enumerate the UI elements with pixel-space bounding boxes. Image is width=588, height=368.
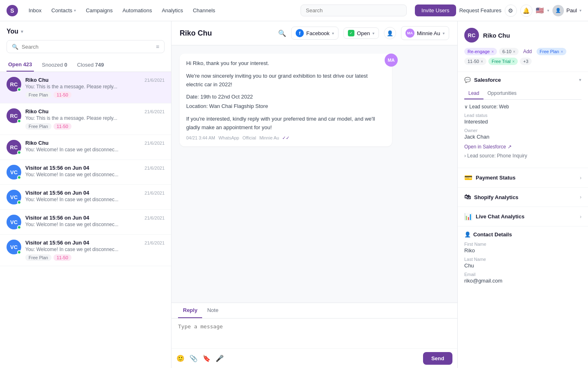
- list-item[interactable]: VC Visitor at 15:56 on Jun 04 21/6/2021 …: [0, 210, 171, 235]
- tab-closed[interactable]: Closed 749: [76, 58, 106, 71]
- shopify-chevron-icon: ›: [580, 194, 581, 200]
- chat-search-icon[interactable]: 🔍: [278, 29, 286, 37]
- conversation-tags: Free Plan11-50: [25, 254, 165, 261]
- sf-tab-opportunities[interactable]: Opportunities: [483, 88, 521, 99]
- open-in-salesforce-link[interactable]: Open in Salesforce ↗: [464, 144, 581, 150]
- sf-lead-source-secondary[interactable]: › Lead source: Phone Inquiry: [464, 153, 581, 159]
- salesforce-icon: 💬: [464, 77, 471, 83]
- tag-free-plan-close[interactable]: ×: [561, 49, 563, 54]
- nav-channels[interactable]: Channels: [189, 5, 219, 16]
- salesforce-title: 💬 Salesforce: [464, 77, 501, 83]
- assign-agent-icon[interactable]: 👤: [384, 27, 396, 39]
- send-button[interactable]: Send: [423, 352, 452, 365]
- language-flag[interactable]: 🇺🇸: [536, 7, 544, 14]
- template-icon[interactable]: 🔖: [203, 355, 211, 362]
- conversation-tag: 11-50: [53, 123, 71, 130]
- reply-tab-note[interactable]: Note: [202, 303, 223, 318]
- conversation-tags: Free Plan11-50: [25, 123, 165, 130]
- conversation-tag: Free Plan: [25, 123, 51, 130]
- filter-icon[interactable]: ≡: [156, 43, 159, 50]
- search-input[interactable]: [301, 4, 407, 16]
- main-layout: You ▾ 🔍 ≡ Open 423 Snoozed 0 Closed 749: [0, 21, 588, 368]
- avatar: 👤: [552, 5, 564, 16]
- attachment-icon[interactable]: 📎: [189, 355, 198, 362]
- tag-more[interactable]: +3: [520, 58, 532, 65]
- list-item[interactable]: RC Riko Chu 21/6/2021 You: This is the a…: [0, 103, 171, 135]
- list-item[interactable]: RC Riko Chu 21/6/2021 You: Welcome! In c…: [0, 135, 171, 160]
- tag-reengage-close[interactable]: ×: [491, 49, 494, 54]
- list-item[interactable]: VC Visitor at 15:56 on Jun 04 21/6/2021 …: [0, 185, 171, 210]
- tag-6-10-close[interactable]: ×: [513, 49, 515, 54]
- list-item[interactable]: RC Riko Chu 21/6/2021 You: This is the a…: [0, 72, 171, 103]
- channel-selector[interactable]: f Facebook ▾: [291, 27, 339, 40]
- nav-campaigns[interactable]: Campaigns: [82, 5, 117, 16]
- inbox-title[interactable]: You ▾: [7, 28, 165, 35]
- invite-users-button[interactable]: Invite Users: [415, 4, 456, 16]
- search-container: [301, 4, 407, 16]
- online-status-dot: [17, 119, 21, 123]
- nav-automations[interactable]: Automations: [118, 5, 156, 16]
- add-tag-button[interactable]: Add: [521, 47, 534, 56]
- conversation-tabs: Open 423 Snoozed 0 Closed 749: [0, 58, 171, 72]
- conversation-avatar: RC: [7, 140, 21, 155]
- shopify-analytics-section[interactable]: 🛍 Shopify Analytics ›: [458, 188, 588, 207]
- user-chevron-icon: ▾: [579, 8, 581, 13]
- online-status-dot: [17, 225, 21, 229]
- conversation-avatar: VC: [7, 165, 21, 180]
- conversation-preview: You: Welcome! In case we get disconnec..…: [25, 147, 165, 153]
- conversation-date: 21/6/2021: [145, 141, 165, 146]
- tab-open[interactable]: Open 423: [7, 58, 34, 72]
- live-chat-analytics-section[interactable]: 📊 Live Chat Analytics ›: [458, 207, 588, 227]
- conversation-list-panel: You ▾ 🔍 ≡ Open 423 Snoozed 0 Closed 749: [0, 21, 172, 368]
- tag-11-50: 11-50 ×: [464, 58, 486, 65]
- sf-tab-lead[interactable]: Lead: [464, 88, 483, 99]
- tag-free-trial-close[interactable]: ×: [512, 59, 514, 64]
- list-item[interactable]: VC Visitor at 15:56 on Jun 04 21/6/2021 …: [0, 235, 171, 266]
- status-icon: ✓: [348, 30, 354, 36]
- conversation-name: Riko Chu: [25, 108, 49, 114]
- agent-label: Minnie Au: [417, 30, 440, 36]
- contact-details-section: 👤 Contact Details First Name Riko Last N…: [458, 227, 588, 292]
- salesforce-section-header[interactable]: 💬 Salesforce ▾: [458, 72, 588, 88]
- tag-6-10: 6-10 ×: [499, 48, 519, 55]
- right-contact-header: RC Riko Chu Re-engage × 6-10 × Add Free …: [458, 21, 588, 72]
- online-status-dot: [17, 200, 21, 204]
- user-menu[interactable]: 👤 Paul ▾: [552, 5, 581, 16]
- message-timestamp: 04/21 3:44 AM: [186, 135, 215, 140]
- message-channel-type: Official: [243, 135, 256, 140]
- reply-tab-reply[interactable]: Reply: [178, 303, 202, 318]
- user-name: Paul: [566, 7, 577, 13]
- emoji-icon[interactable]: 🙂: [176, 355, 185, 362]
- message-bubble: Hi Riko, thank you for your interest. We…: [180, 54, 392, 146]
- nav-analytics[interactable]: Analytics: [158, 5, 187, 16]
- conversation-preview: You: Welcome! In case we get disconnec..…: [25, 222, 165, 227]
- status-selector[interactable]: ✓ Open ▾: [343, 27, 379, 39]
- contact-avatar: RC: [464, 28, 479, 43]
- nav-inbox[interactable]: Inbox: [24, 5, 46, 16]
- message-meta: 04/21 3:44 AM WhatsApp Official Minnie A…: [186, 135, 385, 141]
- conversation-tags: Free Plan11-50: [25, 92, 165, 98]
- sf-lead-source-primary[interactable]: ∨ Lead source: Web: [464, 104, 581, 110]
- reply-input[interactable]: [172, 319, 457, 347]
- request-features-link[interactable]: Request Features: [459, 7, 501, 13]
- message-channel: WhatsApp: [218, 135, 239, 140]
- conversation-preview: You: Welcome! In case we get disconnec..…: [25, 197, 165, 202]
- notifications-icon[interactable]: 🔔: [520, 4, 532, 17]
- channel-label: Facebook: [306, 30, 330, 36]
- settings-icon[interactable]: ⚙: [505, 4, 517, 17]
- agent-selector[interactable]: MA Minnie Au ▾: [401, 26, 449, 40]
- tag-11-50-close[interactable]: ×: [481, 59, 483, 64]
- status-chevron-icon: ▾: [372, 31, 374, 36]
- conversation-search-input[interactable]: [22, 44, 153, 50]
- tab-snoozed[interactable]: Snoozed 0: [40, 58, 69, 71]
- list-item[interactable]: VC Visitor at 15:56 on Jun 04 21/6/2021 …: [0, 160, 171, 185]
- nav-contacts[interactable]: Contacts ▾: [47, 5, 80, 16]
- conversation-preview: You: This is the a message. Please reply…: [25, 84, 165, 90]
- conversation-preview: You: Welcome! In case we get disconnec..…: [25, 247, 165, 252]
- nav-items: Inbox Contacts ▾ Campaigns Automations A…: [24, 5, 292, 16]
- payment-status-section[interactable]: 💳 Payment Status ›: [458, 168, 588, 188]
- conversation-name: Visitor at 15:56 on Jun 04: [25, 190, 89, 196]
- conversation-date: 21/6/2021: [145, 215, 165, 220]
- search-icon: 🔍: [12, 44, 18, 50]
- audio-icon[interactable]: 🎤: [216, 355, 224, 362]
